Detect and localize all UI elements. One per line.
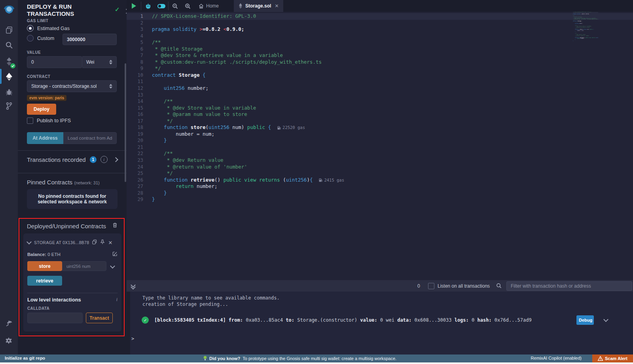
pinned-network-label: (network: 31)	[74, 180, 100, 185]
updown-icon	[109, 84, 112, 89]
store-function-button[interactable]: store	[27, 261, 62, 271]
custom-gas-radio[interactable]	[27, 35, 34, 42]
custom-gas-input[interactable]	[63, 34, 117, 45]
divider	[27, 293, 118, 293]
publish-ipfs-row[interactable]: Publish to IPFS	[27, 118, 118, 124]
calldata-input[interactable]	[27, 313, 83, 323]
code-line: * @custom:dev-run-script ./scripts/deplo…	[573, 19, 598, 20]
code-line: 28 }	[127, 190, 633, 197]
zoom-out-icon[interactable]	[169, 0, 181, 12]
transaction-log-row[interactable]: ✓ [block:5583405 txIndex:4] from: 0xa03.…	[142, 315, 616, 325]
transaction-summary: [block:5583405 txIndex:4] from: 0xa03...…	[154, 317, 571, 323]
panel-title: DEPLOY & RUN TRANSACTIONS	[27, 3, 90, 17]
at-address-button[interactable]: At Address	[27, 132, 63, 144]
transactions-recorded-row[interactable]: Transactions recorded 1 i	[27, 156, 118, 163]
trash-icon[interactable]	[112, 222, 118, 229]
search-icon[interactable]	[0, 38, 18, 52]
status-bar: Initialize as git repo Did you know? To …	[0, 355, 633, 362]
code-line: 6 * @title Storage	[127, 46, 633, 53]
contract-label: CONTRACT	[27, 74, 118, 79]
code-line: 27 return number;	[127, 183, 633, 190]
balance-row: Balance: 0 ETH	[27, 251, 118, 258]
code-line: 10contract Storage {	[127, 72, 633, 79]
code-line: 2	[127, 20, 633, 27]
code-line: 11	[127, 78, 633, 85]
terminal-line: Type the library name to see available c…	[142, 295, 280, 301]
git-icon[interactable]	[0, 99, 18, 113]
chevron-right-icon[interactable]	[113, 157, 118, 162]
copy-icon[interactable]	[92, 239, 97, 246]
value-unit-select[interactable]: Wei	[82, 56, 117, 68]
terminal-region: 0 Listen on all transactions Type the li…	[127, 280, 633, 355]
listen-all-checkbox[interactable]	[428, 283, 434, 289]
estimated-gas-radio-row[interactable]: Estimated Gas	[27, 25, 118, 32]
tab-storage-sol[interactable]: Storage.sol ✕	[234, 0, 283, 12]
copilot-status[interactable]: RemixAI Copilot (enabled)	[531, 356, 582, 360]
tx-success-icon: ✓	[142, 317, 149, 324]
gas-limit-label: GAS LIMIT	[27, 19, 118, 23]
close-tab-icon[interactable]: ✕	[275, 3, 279, 9]
edit-icon[interactable]	[112, 251, 118, 258]
code-line: 5/**	[127, 39, 633, 46]
deploy-and-run-icon[interactable]	[0, 70, 18, 84]
custom-gas-label: Custom	[37, 36, 54, 41]
settings-gear-icon[interactable]	[0, 333, 18, 347]
code-line: 24 * @return value of 'number'	[127, 164, 633, 171]
value-unit: Wei	[86, 59, 94, 65]
low-level-label: Low level interactions	[27, 297, 81, 303]
editor-toolbar: Home Storage.sol ✕	[127, 0, 633, 12]
remix-logo-icon[interactable]	[0, 2, 18, 18]
store-args-input[interactable]	[62, 261, 106, 271]
evm-version-badge: evm version: paris	[27, 95, 66, 101]
filter-transactions-input[interactable]	[506, 281, 632, 291]
publish-ipfs-checkbox[interactable]	[27, 118, 33, 124]
value-input[interactable]	[27, 56, 82, 68]
terminal-output[interactable]: Type the library name to see available c…	[127, 292, 633, 355]
file-explorer-icon[interactable]	[0, 23, 18, 37]
code-line: 8 * @custom:dev-run-script ./scripts/dep…	[127, 59, 633, 66]
debugger-icon[interactable]	[0, 85, 18, 99]
code-line: 23 * @dev Return value	[127, 157, 633, 164]
estimated-gas-radio[interactable]	[27, 25, 34, 32]
ai-assistant-robot-icon[interactable]	[141, 0, 155, 12]
solidity-compiler-icon[interactable]	[0, 55, 18, 69]
scam-alert-button[interactable]: Scam Alert	[592, 355, 633, 362]
panel-scrollbar[interactable]	[125, 63, 126, 182]
copilot-toggle-icon[interactable]	[155, 0, 168, 12]
terminal-line: creation of Storage pending...	[142, 301, 280, 307]
plugin-manager-icon[interactable]	[0, 317, 18, 331]
retrieve-function-button[interactable]: retrieve	[27, 276, 62, 286]
expand-terminal-icon[interactable]	[131, 283, 135, 289]
transactions-recorded-label: Transactions recorded	[27, 156, 86, 163]
close-icon[interactable]: ✕	[108, 240, 112, 246]
code-line: 19 number = num;	[127, 131, 633, 138]
contract-select[interactable]: Storage - contracts/Storage.sol	[27, 80, 117, 92]
code-line: 21	[127, 144, 633, 151]
terminal-prompt[interactable]: >	[131, 336, 134, 341]
zoom-in-icon[interactable]	[181, 0, 194, 12]
did-you-know-tip: Did you know? To prototype using the Gno…	[203, 356, 396, 361]
pending-tx-count: 0	[417, 283, 420, 289]
editor-minimap[interactable]: // SPDX-License-Identifier: GPL-3.0pragm…	[573, 12, 598, 42]
pinned-contracts-title: Pinned Contracts	[27, 179, 72, 186]
git-init-status[interactable]: Initialize as git repo	[5, 356, 45, 360]
debug-button[interactable]: Debug	[576, 315, 594, 325]
contract-card-header[interactable]: STORAGE AT 0X136...8B78 ✕	[27, 239, 118, 246]
chevron-down-icon[interactable]	[27, 239, 32, 245]
panel-check-icon: ✓	[115, 6, 120, 13]
warning-icon	[598, 356, 603, 361]
solidity-file-icon	[239, 3, 243, 9]
at-address-input[interactable]	[63, 132, 117, 144]
transact-button[interactable]: Transact	[86, 313, 113, 323]
pin-icon[interactable]	[100, 239, 105, 246]
info-icon: i	[100, 156, 108, 163]
deploy-run-panel: DEPLOY & RUN TRANSACTIONS ✓ GAS LIMIT Es…	[18, 0, 127, 355]
run-script-icon[interactable]	[127, 0, 141, 12]
code-editor[interactable]: 1// SPDX-License-Identifier: GPL-3.023pr…	[127, 12, 633, 280]
updown-icon	[109, 60, 112, 64]
expand-args-icon[interactable]	[110, 264, 115, 269]
expand-tx-icon[interactable]	[603, 317, 608, 322]
deploy-button[interactable]: Deploy	[27, 104, 56, 115]
transactions-count-badge: 1	[90, 156, 97, 163]
tab-home[interactable]: Home	[194, 0, 224, 12]
